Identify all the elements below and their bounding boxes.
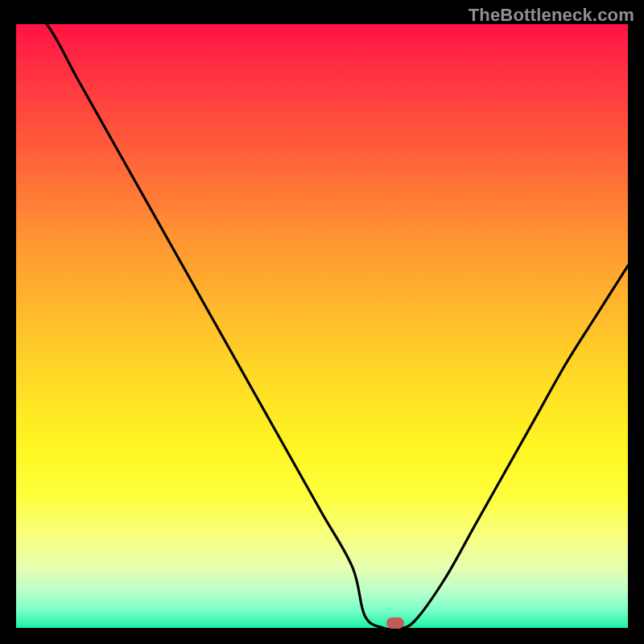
bottleneck-curve <box>16 24 628 628</box>
watermark-text: TheBottleneck.com <box>469 5 634 26</box>
minimum-marker <box>386 617 404 629</box>
chart-frame: TheBottleneck.com <box>0 0 644 644</box>
plot-area <box>16 24 628 628</box>
